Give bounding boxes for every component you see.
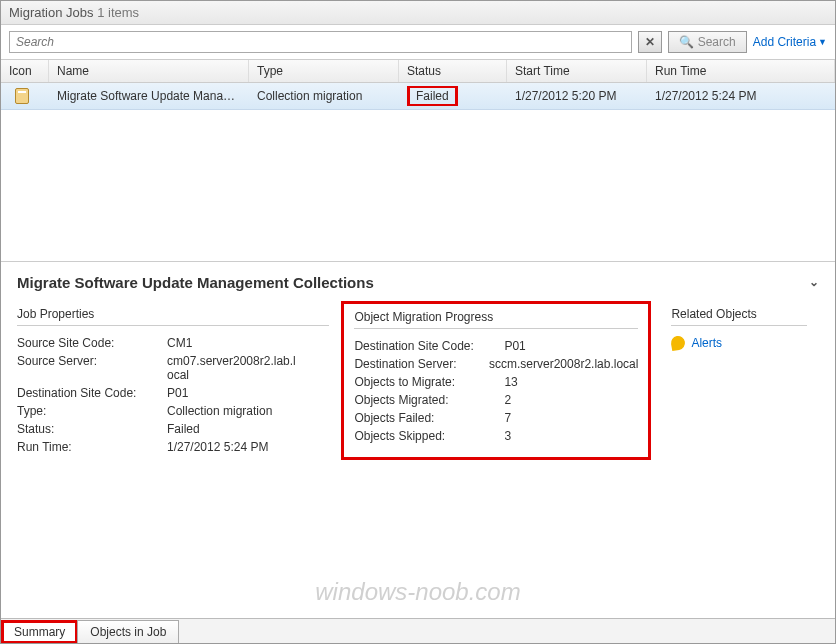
chevron-down-icon: ▼ xyxy=(818,37,827,47)
tab-summary[interactable]: Summary xyxy=(1,620,78,644)
related-heading: Related Objects xyxy=(671,307,807,326)
details-pane: Migrate Software Update Management Colle… xyxy=(1,261,835,468)
job-icon xyxy=(15,88,29,104)
progress-heading: Object Migration Progress xyxy=(354,310,638,329)
watermark: windows-noob.com xyxy=(315,578,520,606)
grid-empty-area xyxy=(1,110,835,261)
kv: Source Site Code:CM1 xyxy=(17,336,329,350)
col-type[interactable]: Type xyxy=(249,60,399,82)
search-input[interactable] xyxy=(9,31,632,53)
row-status: Failed xyxy=(407,86,458,106)
migration-progress-panel: Object Migration Progress Destination Si… xyxy=(341,301,651,460)
kv: Objects to Migrate:13 xyxy=(354,375,638,389)
kv: Run Time:1/27/2012 5:24 PM xyxy=(17,440,329,454)
row-status-cell: Failed xyxy=(399,86,507,106)
kv: Objects Failed:7 xyxy=(354,411,638,425)
row-start: 1/27/2012 5:20 PM xyxy=(507,86,647,106)
detail-tabs: Summary Objects in Job xyxy=(1,618,835,643)
kv: Objects Migrated:2 xyxy=(354,393,638,407)
col-name[interactable]: Name xyxy=(49,60,249,82)
row-name: Migrate Software Update Manageme... xyxy=(49,86,249,106)
bell-icon xyxy=(670,334,686,350)
search-row: ✕ 🔍 Search Add Criteria ▼ xyxy=(1,25,835,59)
col-start[interactable]: Start Time xyxy=(507,60,647,82)
details-title: Migrate Software Update Management Colle… xyxy=(17,274,374,291)
clear-search-button[interactable]: ✕ xyxy=(638,31,662,53)
search-icon: 🔍 xyxy=(679,35,694,49)
header-count: 1 items xyxy=(97,5,139,20)
row-icon-cell xyxy=(1,85,49,107)
job-properties-panel: Job Properties Source Site Code:CM1 Sour… xyxy=(17,307,341,460)
job-properties-heading: Job Properties xyxy=(17,307,329,326)
kv: Objects Skipped:3 xyxy=(354,429,638,443)
header-bar: Migration Jobs 1 items xyxy=(1,1,835,25)
row-type: Collection migration xyxy=(249,86,399,106)
tab-objects-in-job[interactable]: Objects in Job xyxy=(77,620,179,644)
kv: Source Server:cm07.server2008r2.lab.loca… xyxy=(17,354,329,382)
kv: Status:Failed xyxy=(17,422,329,436)
table-row[interactable]: Migrate Software Update Manageme... Coll… xyxy=(1,83,835,110)
details-columns: Job Properties Source Site Code:CM1 Sour… xyxy=(17,307,819,460)
add-criteria-label: Add Criteria xyxy=(753,35,816,49)
lower-space: windows-noob.com xyxy=(1,468,835,619)
add-criteria-link[interactable]: Add Criteria ▼ xyxy=(753,35,827,49)
alerts-link[interactable]: Alerts xyxy=(671,336,807,350)
col-status[interactable]: Status xyxy=(399,60,507,82)
header-title: Migration Jobs xyxy=(9,5,94,20)
table-header: Icon Name Type Status Start Time Run Tim… xyxy=(1,59,835,83)
row-run: 1/27/2012 5:24 PM xyxy=(647,86,835,106)
kv: Type:Collection migration xyxy=(17,404,329,418)
kv: Destination Site Code:P01 xyxy=(354,339,638,353)
search-button[interactable]: 🔍 Search xyxy=(668,31,747,53)
collapse-icon[interactable]: ⌄ xyxy=(809,275,819,289)
col-icon[interactable]: Icon xyxy=(1,60,49,82)
kv: Destination Site Code:P01 xyxy=(17,386,329,400)
alerts-label: Alerts xyxy=(691,336,722,350)
details-title-row: Migrate Software Update Management Colle… xyxy=(17,274,819,291)
search-button-label: Search xyxy=(698,35,736,49)
related-objects-panel: Related Objects Alerts xyxy=(651,307,819,460)
x-icon: ✕ xyxy=(645,35,655,49)
col-run[interactable]: Run Time xyxy=(647,60,835,82)
kv: Destination Server:sccm.server2008r2.lab… xyxy=(354,357,638,371)
